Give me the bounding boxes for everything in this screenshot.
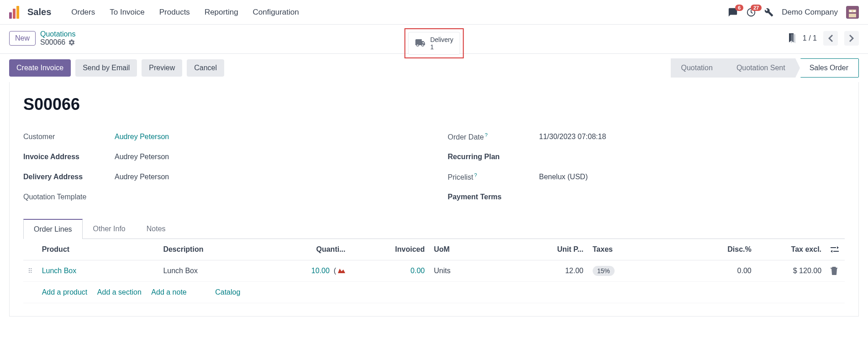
nav-products[interactable]: Products xyxy=(153,5,196,20)
label-recurring-plan: Recurring Plan xyxy=(448,153,539,161)
label-pricelist: Pricelist? xyxy=(448,172,539,182)
add-section-link[interactable]: Add a section xyxy=(97,288,142,296)
pager-next[interactable] xyxy=(844,31,859,46)
th-unit-price[interactable]: Unit P... xyxy=(523,239,588,260)
status-sales-order[interactable]: Sales Order xyxy=(795,58,859,78)
catalog-link[interactable]: Catalog xyxy=(215,288,240,296)
help-order-date[interactable]: ? xyxy=(485,132,488,138)
app-logo[interactable] xyxy=(9,6,22,19)
nav-to-invoice[interactable]: To Invoice xyxy=(103,5,151,20)
pager-prev[interactable] xyxy=(823,31,838,46)
cell-uom[interactable]: Units xyxy=(429,260,522,282)
label-invoice-address: Invoice Address xyxy=(23,153,115,161)
delete-row-icon[interactable] xyxy=(831,267,840,275)
create-invoice-button[interactable]: Create Invoice xyxy=(9,59,71,77)
svg-rect-5 xyxy=(849,14,856,17)
cell-disc[interactable]: 0.00 xyxy=(663,260,756,282)
new-button[interactable]: New xyxy=(9,31,36,46)
cell-product[interactable]: Lunch Box xyxy=(42,267,77,275)
activities-icon[interactable]: 27 xyxy=(746,7,756,17)
cell-tax-excl: $ 120.00 xyxy=(756,260,826,282)
cell-taxes[interactable]: 15% xyxy=(593,266,615,276)
cell-invoiced[interactable]: 0.00 xyxy=(410,267,425,275)
value-delivery-address[interactable]: Audrey Peterson xyxy=(115,173,169,181)
value-customer[interactable]: Audrey Peterson xyxy=(115,133,169,141)
record-gear-icon[interactable] xyxy=(68,39,75,46)
nav-reporting[interactable]: Reporting xyxy=(198,5,245,20)
th-uom[interactable]: UoM xyxy=(429,239,522,260)
messages-badge: 6 xyxy=(735,5,743,11)
forecast-chart-icon[interactable] xyxy=(338,267,345,275)
truck-icon xyxy=(415,39,426,47)
pager-text[interactable]: 1 / 1 xyxy=(803,34,817,42)
status-bar: Quotation Quotation Sent Sales Order xyxy=(671,58,859,78)
record-title: S00066 xyxy=(23,95,845,114)
help-pricelist[interactable]: ? xyxy=(474,172,477,178)
send-email-button[interactable]: Send by Email xyxy=(75,59,137,77)
status-quotation-sent[interactable]: Quotation Sent xyxy=(723,58,795,78)
nav-orders[interactable]: Orders xyxy=(65,5,101,20)
label-quotation-template: Quotation Template xyxy=(23,193,115,201)
debug-icon[interactable] xyxy=(764,8,773,17)
add-product-link[interactable]: Add a product xyxy=(42,288,88,296)
stat-button-highlight: Delivery 1 xyxy=(404,28,464,58)
th-invoiced[interactable]: Invoiced xyxy=(350,239,429,260)
label-delivery-address: Delivery Address xyxy=(23,173,115,181)
tab-other-info[interactable]: Other Info xyxy=(83,219,136,239)
status-quotation[interactable]: Quotation xyxy=(671,58,722,78)
drag-handle-icon[interactable]: ⠿ xyxy=(28,267,32,275)
table-row[interactable]: ⠿ Lunch Box Lunch Box 10.00 ( 0.00 Units… xyxy=(23,260,845,282)
label-customer: Customer xyxy=(23,133,115,141)
label-payment-terms: Payment Terms xyxy=(448,193,539,201)
stat-delivery-label: Delivery xyxy=(430,36,453,43)
company-switcher[interactable]: Demo Company xyxy=(782,8,838,17)
user-avatar[interactable] xyxy=(846,6,859,19)
cell-quantity[interactable]: 10.00 xyxy=(311,267,330,275)
svg-rect-3 xyxy=(850,10,852,12)
tab-order-lines[interactable]: Order Lines xyxy=(23,219,83,239)
tab-notes[interactable]: Notes xyxy=(136,219,176,239)
th-quantity[interactable]: Quanti... xyxy=(289,239,350,260)
th-disc[interactable]: Disc.% xyxy=(663,239,756,260)
svg-rect-4 xyxy=(853,10,855,12)
add-note-link[interactable]: Add a note xyxy=(151,288,186,296)
cell-description[interactable]: Lunch Box xyxy=(158,260,289,282)
breadcrumb-current: S00066 xyxy=(40,38,65,47)
th-taxes[interactable]: Taxes xyxy=(588,239,663,260)
label-order-date: Order Date? xyxy=(448,132,539,141)
th-description[interactable]: Description xyxy=(158,239,289,260)
th-product[interactable]: Product xyxy=(37,239,159,260)
th-tax-excl[interactable]: Tax excl. xyxy=(756,239,826,260)
messages-icon[interactable]: 6 xyxy=(728,7,738,17)
preview-button[interactable]: Preview xyxy=(142,59,182,77)
breadcrumb-parent[interactable]: Quotations xyxy=(40,30,75,38)
value-order-date[interactable]: 11/30/2023 07:08:18 xyxy=(539,133,606,141)
delivery-stat-button[interactable]: Delivery 1 xyxy=(408,32,460,55)
bookmark-icon[interactable] xyxy=(788,33,796,43)
qty-detail-open: ( xyxy=(334,267,336,275)
nav-configuration[interactable]: Configuration xyxy=(247,5,305,20)
activities-badge: 27 xyxy=(751,5,762,11)
cell-unit-price[interactable]: 12.00 xyxy=(523,260,588,282)
value-invoice-address[interactable]: Audrey Peterson xyxy=(115,153,169,161)
value-pricelist[interactable]: Benelux (USD) xyxy=(539,173,588,181)
stat-delivery-count: 1 xyxy=(430,43,453,51)
cancel-button[interactable]: Cancel xyxy=(187,59,224,77)
th-options[interactable] xyxy=(826,239,845,260)
app-name[interactable]: Sales xyxy=(27,7,51,17)
